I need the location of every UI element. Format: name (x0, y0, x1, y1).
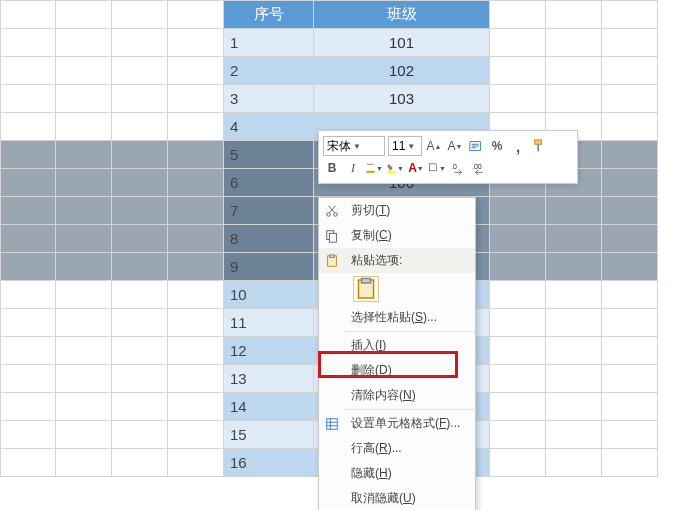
cell-idx[interactable]: 13 (224, 365, 314, 393)
font-size-select[interactable]: 11▼ (388, 136, 422, 156)
bold-icon[interactable]: B (323, 159, 341, 177)
cell-idx[interactable]: 2 (224, 57, 314, 85)
svg-rect-1 (535, 140, 542, 144)
svg-rect-14 (329, 254, 334, 257)
cell-idx[interactable]: 10 (224, 281, 314, 309)
svg-rect-5 (387, 171, 395, 173)
cell-idx[interactable]: 7 (224, 197, 314, 225)
ctx-paste-options-header: 粘贴选项: (319, 248, 475, 273)
increase-decimal-icon[interactable]: .00 (470, 159, 488, 177)
paste-icon[interactable] (353, 276, 379, 302)
svg-rect-12 (329, 233, 336, 242)
cell-idx[interactable]: 16 (224, 449, 314, 477)
font-size: 11 (392, 139, 405, 153)
svg-rect-16 (362, 279, 371, 284)
ctx-clear[interactable]: 清除内容(N) (319, 383, 475, 408)
format-painter-icon[interactable] (530, 137, 548, 155)
decrease-decimal-icon[interactable]: .0 (449, 159, 467, 177)
font-color-icon[interactable]: A▼ (407, 159, 425, 177)
font-name: 宋体 (327, 138, 351, 155)
cell-idx[interactable]: 6 (224, 169, 314, 197)
ctx-delete[interactable]: 删除(D) (319, 358, 475, 383)
ctx-format-cells[interactable]: 设置单元格格式(F)... (319, 411, 475, 436)
cell-idx[interactable]: 12 (224, 337, 314, 365)
column-header-idx[interactable]: 序号 (224, 1, 314, 29)
cell-idx[interactable]: 4 (224, 113, 314, 141)
mini-toolbar: 宋体▼ 11▼ A▲ A▼ % , B I ▼ ▼ A▼ ▼ .0 (318, 130, 578, 184)
italic-icon[interactable]: I (344, 159, 362, 177)
border-icon[interactable]: ▼ (428, 159, 446, 177)
cell-idx[interactable]: 9 (224, 253, 314, 281)
cell-idx[interactable]: 8 (224, 225, 314, 253)
svg-point-9 (327, 212, 331, 216)
svg-rect-4 (367, 164, 374, 165)
cell-idx[interactable]: 15 (224, 421, 314, 449)
ctx-paste-default[interactable] (319, 273, 475, 305)
ctx-copy[interactable]: 复制(C) (319, 223, 475, 248)
table-row[interactable]: 3103 (1, 85, 658, 113)
increase-font-icon[interactable]: A▲ (425, 137, 443, 155)
svg-rect-17 (327, 418, 338, 429)
ctx-row-height[interactable]: 行高(R)... (319, 436, 475, 461)
ctx-unhide[interactable]: 取消隐藏(U) (319, 486, 475, 510)
table-row[interactable]: 2102 (1, 57, 658, 85)
accounting-format-icon[interactable] (467, 137, 485, 155)
svg-rect-3 (366, 171, 374, 173)
cell-class[interactable]: 102 (314, 57, 490, 85)
cell-idx[interactable]: 11 (224, 309, 314, 337)
table-row[interactable]: 1101 (1, 29, 658, 57)
svg-point-10 (334, 212, 338, 216)
svg-rect-6 (429, 164, 436, 171)
cell-idx[interactable]: 1 (224, 29, 314, 57)
font-select[interactable]: 宋体▼ (323, 136, 385, 156)
svg-text:.0: .0 (451, 163, 457, 170)
underline-icon[interactable]: ▼ (365, 159, 383, 177)
cell-class[interactable]: 103 (314, 85, 490, 113)
scissors-icon (319, 204, 345, 218)
column-header-class[interactable]: 班级 (314, 1, 490, 29)
ctx-paste-special[interactable]: 选择性粘贴(S)... (319, 305, 475, 330)
ctx-insert[interactable]: 插入(I) (319, 333, 475, 358)
fill-color-icon[interactable]: ▼ (386, 159, 404, 177)
ctx-cut[interactable]: 剪切(T) (319, 198, 475, 223)
percent-icon[interactable]: % (488, 137, 506, 155)
clipboard-icon (319, 254, 345, 268)
cell-class[interactable]: 101 (314, 29, 490, 57)
comma-icon[interactable]: , (509, 137, 527, 155)
svg-rect-2 (537, 144, 539, 151)
decrease-font-icon[interactable]: A▼ (446, 137, 464, 155)
cell-idx[interactable]: 14 (224, 393, 314, 421)
context-menu: 剪切(T) 复制(C) 粘贴选项: 选择性粘贴(S)... 插入(I) 删除(D… (318, 197, 476, 510)
copy-icon (319, 229, 345, 243)
ctx-hide[interactable]: 隐藏(H) (319, 461, 475, 486)
svg-text:.00: .00 (472, 163, 482, 170)
cell-idx[interactable]: 3 (224, 85, 314, 113)
format-cells-icon (319, 417, 345, 431)
cell-idx[interactable]: 5 (224, 141, 314, 169)
